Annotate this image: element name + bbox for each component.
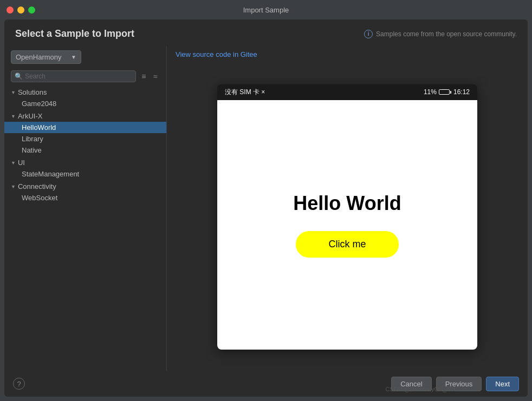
info-icon: i [364,30,373,38]
traffic-lights [7,6,35,14]
tree-group-label-solutions: Solutions [18,88,47,96]
tree-group-ui: ▼ UI StateManagement [4,157,166,180]
platform-dropdown[interactable]: OpenHarmony ▼ [11,50,81,64]
phone-container: 没有 SIM 卡 × 11% 16:12 [167,63,528,371]
hello-world-text: Hello World [293,192,401,215]
dialog-footer: ? Cancel Previous Next [4,371,528,397]
search-input-wrap: 🔍 [11,70,136,82]
sim-status: 没有 SIM 卡 × [225,88,265,97]
watermark: CSDN @HarmonyOS_001 [386,386,456,392]
dropdown-arrow-icon: ▼ [71,54,76,60]
help-button[interactable]: ? [13,378,25,390]
tree-group-header-ui[interactable]: ▼ UI [4,157,166,168]
tree-group-connectivity: ▼ Connectivity WebSocket [4,181,166,203]
tree-item-websocket[interactable]: WebSocket [4,192,166,203]
search-row: 🔍 ≡ ≈ [4,68,166,84]
search-input[interactable] [25,73,132,80]
tree-item-helloworld[interactable]: HelloWorld [4,122,166,133]
tree-group-header-arkuix[interactable]: ▼ ArkUI-X [4,110,166,122]
clock: 16:12 [453,88,470,96]
tree-arrow-solutions: ▼ [11,90,16,95]
close-button[interactable] [7,6,14,14]
maximize-button[interactable] [28,6,35,14]
info-banner: i Samples come from the open source comm… [364,30,517,38]
minimize-button[interactable] [17,6,24,14]
dropdown-row: OpenHarmony ▼ [4,46,166,68]
dialog-title: Select a Sample to Import [15,28,134,40]
tree-group-label-arkuix: ArkUI-X [18,112,43,120]
tree-group-header-solutions[interactable]: ▼ Solutions [4,87,166,98]
battery-percent: 11% [424,88,437,96]
status-bar-left: 没有 SIM 卡 × [225,88,265,97]
next-button[interactable]: Next [486,377,519,391]
footer-left: ? [13,378,25,390]
title-bar: Import Sample [0,0,532,19]
tree-group-arkuix: ▼ ArkUI-X HelloWorld Library Native [4,110,166,156]
battery-icon [439,89,451,95]
window-title: Import Sample [243,6,289,14]
tree-arrow-connectivity: ▼ [11,184,16,189]
dialog-content: OpenHarmony ▼ 🔍 ≡ ≈ ▼ Solut [4,46,528,371]
tree-group-header-connectivity[interactable]: ▼ Connectivity [4,181,166,192]
tree-item-statemanagement[interactable]: StateManagement [4,168,166,180]
tree-group-solutions: ▼ Solutions Game2048 [4,87,166,109]
tree-item-native[interactable]: Native [4,144,166,156]
view-source-link[interactable]: View source code in Gitee [176,50,257,58]
left-panel: OpenHarmony ▼ 🔍 ≡ ≈ ▼ Solut [4,46,167,371]
tree-group-label-connectivity: Connectivity [18,182,56,190]
filter-button[interactable]: ≈ [151,71,160,82]
phone-mockup: 没有 SIM 卡 × 11% 16:12 [217,84,477,350]
status-bar-right: 11% 16:12 [424,88,470,96]
sort-button[interactable]: ≡ [139,71,148,82]
import-dialog: Select a Sample to Import i Samples come… [4,19,528,397]
phone-status-bar: 没有 SIM 卡 × 11% 16:12 [217,84,477,100]
right-panel-top: View source code in Gitee [167,46,528,63]
dialog-header: Select a Sample to Import i Samples come… [4,19,528,46]
tree-item-library[interactable]: Library [4,133,166,144]
right-panel: View source code in Gitee 没有 SIM 卡 × 11% [167,46,528,371]
tree-arrow-ui: ▼ [11,160,16,166]
dropdown-selected-value: OpenHarmony [16,53,62,61]
tree-item-game2048[interactable]: Game2048 [4,98,166,109]
info-banner-text: Samples come from the open source commun… [376,30,517,38]
sample-tree: ▼ Solutions Game2048 ▼ ArkUI-X HelloWorl… [4,84,166,366]
tree-arrow-arkuix: ▼ [11,114,16,119]
tree-group-label-ui: UI [18,159,25,167]
phone-screen: Hello World Click me [217,100,477,350]
click-me-button[interactable]: Click me [296,231,398,258]
search-icon: 🔍 [15,73,23,80]
